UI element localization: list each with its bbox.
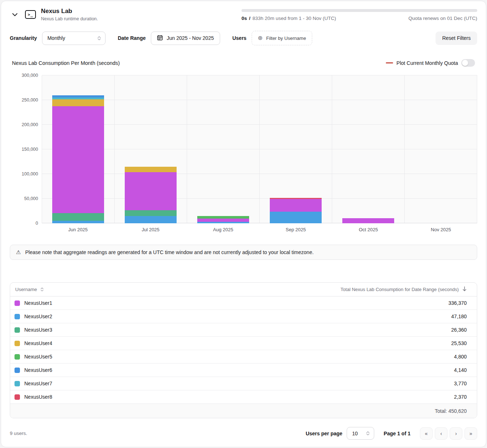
chart-title: Nexus Lab Consumption Per Month (seconds… — [12, 60, 120, 66]
y-tick-label: 0 — [36, 221, 38, 226]
bar-segment-nexususer2[interactable] — [52, 221, 104, 223]
reset-filters-button[interactable]: Reset Filters — [436, 32, 477, 45]
bar-segment-nexususer4[interactable] — [125, 167, 177, 173]
gridline — [42, 75, 477, 75]
quota-line-legend-icon — [386, 62, 393, 63]
total-column-header[interactable]: Total Nexus Lab Consumption for Date Ran… — [341, 286, 472, 293]
username-cell: NexusUser6 — [24, 367, 52, 373]
total-consumption-cell: 4,800 — [454, 354, 467, 360]
user-color-swatch — [15, 314, 20, 319]
stacked-bar — [125, 167, 177, 223]
table-row: NexusUser54,800 — [10, 350, 477, 364]
username-cell: NexusUser3 — [24, 327, 52, 333]
users-count: 9 users. — [10, 431, 27, 436]
page-subtitle: Nexus Lab runtime duration. — [41, 16, 98, 21]
first-page-button[interactable]: « — [420, 427, 433, 440]
y-tick-label: 250,000 — [22, 98, 38, 103]
timezone-notice-text: Please note that aggregate readings are … — [25, 249, 313, 255]
collapse-button[interactable] — [10, 9, 20, 20]
chart-column-jun-2025 — [42, 75, 115, 223]
quota-toggle-switch[interactable] — [461, 59, 475, 67]
users-label: Users — [232, 35, 247, 41]
users-per-page-label: Users per page — [306, 431, 342, 436]
sort-updown-icon — [41, 287, 44, 291]
chart-x-axis: Jun 2025Jul 2025Aug 2025Sep 2025Oct 2025… — [42, 227, 477, 232]
gridline — [42, 223, 477, 223]
page-info: Page 1 of 1 — [384, 431, 410, 436]
table-footer: 9 users. Users per page 10 Page 1 of 1 «… — [10, 427, 477, 440]
date-range-button[interactable]: Jun 2025 - Nov 2025 — [151, 32, 220, 45]
granularity-select[interactable]: Monthly — [42, 32, 106, 45]
table-body: NexusUser1336,370NexusUser247,180NexusUs… — [10, 296, 477, 404]
chevron-down-icon — [12, 12, 17, 17]
total-consumption-cell: 26,360 — [451, 327, 467, 333]
bar-segment-nexususer3[interactable] — [52, 213, 104, 220]
plus-circle-icon: ⊕ — [258, 35, 263, 41]
usage-summary: 0s / 833h 20m used from 1 - 30 Nov (UTC) — [242, 16, 336, 21]
bar-segment-nexususer1[interactable] — [52, 106, 104, 213]
chart-column-oct-2025 — [332, 75, 405, 223]
table-row: NexusUser73,770 — [10, 377, 477, 390]
total-consumption-cell: 4,140 — [454, 367, 467, 373]
bar-segment-nexususer2[interactable] — [270, 212, 322, 223]
chart-columns — [42, 75, 477, 223]
total-consumption-cell: 25,530 — [451, 340, 467, 346]
table-total-row: Total: 450,620 — [10, 404, 477, 418]
usage-used: 0s — [242, 16, 247, 21]
bar-segment-nexususer2[interactable] — [125, 216, 177, 223]
bar-segment-nexususer2[interactable] — [197, 222, 249, 223]
table-row: NexusUser247,180 — [10, 310, 477, 323]
sort-descending-icon — [462, 286, 467, 293]
user-color-swatch — [15, 327, 20, 333]
usage-quota: 833h 20m — [252, 16, 274, 21]
prev-page-button[interactable]: ‹ — [435, 427, 447, 440]
gridline — [42, 174, 477, 174]
table-row: NexusUser425,530 — [10, 337, 477, 350]
users-per-page-value: 10 — [352, 431, 358, 436]
stacked-bar — [197, 216, 249, 223]
x-tick-label: Jun 2025 — [42, 227, 114, 232]
date-range-label: Date Range — [118, 35, 146, 41]
last-page-button[interactable]: » — [465, 427, 477, 440]
users-per-page-select[interactable]: 10 — [347, 427, 374, 440]
user-color-swatch — [15, 394, 20, 400]
next-page-button[interactable]: › — [450, 427, 462, 440]
username-cell: NexusUser8 — [24, 394, 52, 400]
bar-segment-nexususer1[interactable] — [270, 199, 322, 212]
terminal-icon: >_ — [25, 10, 36, 19]
bar-segment-nexususer1[interactable] — [342, 218, 394, 223]
stacked-bar — [270, 198, 322, 223]
user-color-swatch — [15, 300, 20, 306]
chart-y-axis: 050,000100,000150,000200,000250,000300,0… — [10, 75, 42, 223]
timezone-notice: ⚠ Please note that aggregate readings ar… — [10, 245, 477, 260]
filter-by-username-button[interactable]: ⊕ Filter by Username — [252, 31, 312, 45]
y-tick-label: 150,000 — [22, 147, 38, 152]
bar-segment-nexususer1[interactable] — [197, 219, 249, 222]
y-tick-label: 300,000 — [22, 73, 38, 78]
stacked-bar — [342, 218, 394, 223]
quota-toggle-label: Plot Current Monthly Quota — [396, 60, 458, 66]
chevron-updown-icon — [366, 431, 370, 435]
x-tick-label: Jul 2025 — [114, 227, 187, 232]
usage-panel: >_ Nexus Lab Nexus Lab runtime duration.… — [1, 1, 486, 447]
users-table: Username Total Nexus Lab Consumption for… — [10, 282, 477, 418]
gridline — [42, 100, 477, 100]
username-cell: NexusUser5 — [24, 354, 52, 360]
chart-column-sep-2025 — [260, 75, 332, 223]
bar-segment-nexususer4[interactable] — [52, 99, 104, 106]
bar-segment-nexususer3[interactable] — [125, 210, 177, 216]
username-cell: NexusUser1 — [24, 300, 52, 306]
total-consumption-cell: 47,180 — [451, 314, 467, 319]
username-column-header[interactable]: Username — [15, 287, 44, 292]
bar-segment-nexususer1[interactable] — [125, 172, 177, 210]
consumption-chart: 050,000100,000150,000200,000250,000300,0… — [10, 75, 477, 223]
chevron-updown-icon — [98, 36, 101, 40]
table-row: NexusUser82,370 — [10, 390, 477, 404]
total-consumption-cell: 2,370 — [454, 394, 467, 400]
warning-icon: ⚠ — [16, 249, 21, 256]
table-row: NexusUser326,360 — [10, 323, 477, 337]
table-row: NexusUser64,140 — [10, 364, 477, 377]
username-column-label: Username — [15, 287, 37, 292]
x-tick-label: Oct 2025 — [332, 227, 405, 232]
user-color-swatch — [15, 341, 20, 346]
